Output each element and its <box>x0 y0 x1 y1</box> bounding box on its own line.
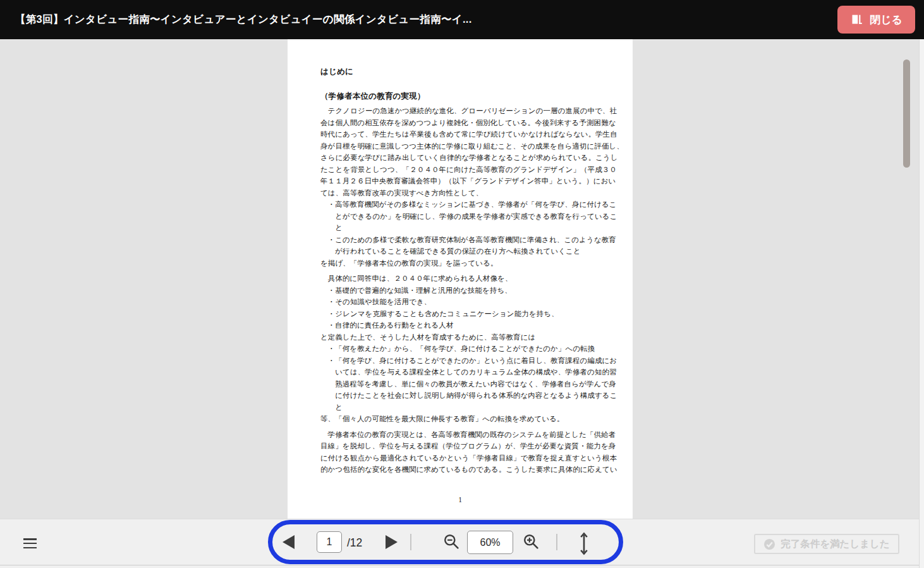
pdf-page: はじめに（学修者本位の教育の実現） テクノロジーの急速かつ継続的な進化、グローバ… <box>288 39 633 519</box>
doc-line: ・ジレンマを克服することも含めたコミュニケーション能力を持ち、 <box>320 308 604 320</box>
page-number-footer: 1 <box>288 496 633 503</box>
page-number-input[interactable] <box>317 531 342 553</box>
header: 【第3回】インタビュー指南〜インタビュアーとインタビュイーの関係インタビュー指南… <box>0 0 924 39</box>
doc-line: ・基礎的で普遍的な知識・理解と汎用的な技能を持ち、 <box>320 285 604 297</box>
completion-status-button: 完了条件を満たしました <box>754 534 899 554</box>
bottom-toolbar: /12 完了条件を満たしま <box>0 519 924 568</box>
toolbar-divider <box>556 534 557 550</box>
doc-line: いては、学位を与える課程全体としてのカリキュラム全体の構成や、学修者の知的習 <box>320 366 604 378</box>
doc-line: を掲げ、「学修者本位の教育の実現」を謳っている。 <box>320 257 604 269</box>
page-title: 【第3回】インタビュー指南〜インタビュアーとインタビュイーの関係インタビュー指南… <box>15 13 472 27</box>
doc-line: ・このための多様で柔軟な教育研究体制が各高等教育機関に準備され、このような教育 <box>320 234 604 246</box>
next-page-icon[interactable] <box>386 535 398 549</box>
doc-line: が行われていることを確認できる質の保証の在り方へ転換されていくこと <box>320 245 604 257</box>
toolbar-divider <box>410 534 411 550</box>
zoom-level-input[interactable] <box>467 531 513 554</box>
close-button[interactable]: 閉じる <box>837 6 915 34</box>
doc-block-subheading: （学修者本位の教育の実現） <box>320 90 604 102</box>
close-button-label: 閉じる <box>870 13 903 27</box>
doc-line: ・自律的に責任ある行動をとれる人材 <box>320 319 604 331</box>
door-exit-icon <box>850 13 863 27</box>
doc-line: とができるのか」を明確にし、学修の成果を学修者が実感できる教育を行っているこ <box>320 211 604 223</box>
prev-page-icon[interactable] <box>283 535 295 549</box>
doc-line: と定義した上で、そうした人材を育成するために、高等教育には <box>320 331 604 343</box>
toolbar-bottom-divider <box>0 565 924 565</box>
doc-line: 学修者本位の教育の実現とは、各高等教育機関の既存のシステムを前提とした「供給者 <box>320 429 604 441</box>
doc-line: たことを背景としつつ、「２０４０年に向けた高等教育のグランドデザイン」（平成３０ <box>320 164 604 176</box>
doc-line: 身が目標を明確に意識しつつ主体的に学修に取り組むこと、その成果を自ら適切に評価し… <box>320 140 604 152</box>
doc-block-body: 具体的に同答申は、２０４０年に求められる人材像を、 ・基礎的で普遍的な知識・理解… <box>320 273 604 425</box>
doc-line: さらに必要な学びに踏み出していく自律的な学修者となることが求められている。こうし <box>320 152 604 164</box>
scrollbar-track[interactable] <box>919 39 924 568</box>
doc-line: 具体的に同答申は、２０４０年に求められる人材像を、 <box>320 273 604 285</box>
doc-line: はじめに <box>320 66 604 78</box>
check-circle-icon <box>763 538 775 550</box>
doc-line: に付けたことを社会に対し説明し納得が得られる体系的な内容となるよう構成するこ <box>320 390 604 402</box>
doc-line: ては、高等教育改革の実現すべき方向性として、 <box>320 187 604 199</box>
document-content: はじめに（学修者本位の教育の実現） テクノロジーの急速かつ継続的な進化、グローバ… <box>288 39 633 476</box>
scrollbar-thumb[interactable] <box>903 59 910 168</box>
zoom-in-icon[interactable] <box>523 533 540 553</box>
doc-line: 熟過程等を考慮し、単に個々の教員が教えたい内容ではなく、学修者自らが学んで身 <box>320 378 604 390</box>
doc-line: 会は個人間の相互依存を深めつつより複雑化・個別化している。今後到来する予測困難な <box>320 117 604 129</box>
doc-block-heading: はじめに <box>320 66 604 78</box>
doc-line: と <box>320 222 604 234</box>
menu-button[interactable] <box>23 538 37 549</box>
doc-block-body: テクノロジーの急速かつ継続的な進化、グローバリゼーションの一層の進展の中で、社会… <box>320 105 604 269</box>
total-pages-label: /12 <box>347 534 362 551</box>
doc-line: に付ける観点から最適化されているかという「学修者目線」で教育を捉え直すという根本 <box>320 452 604 464</box>
doc-line: 的かつ包括的な変化を各機関に求めているものである。こうした要求に具体的に応えてい <box>320 464 604 476</box>
hamburger-icon <box>23 538 37 548</box>
doc-line: テクノロジーの急速かつ継続的な進化、グローバリゼーションの一層の進展の中で、社 <box>320 105 604 117</box>
doc-line: 目線」を脱却し、学位を与える課程（学位プログラム）が、学生が必要な資質・能力を身 <box>320 440 604 452</box>
zoom-out-icon[interactable] <box>443 533 460 553</box>
doc-line: と <box>320 402 604 414</box>
fit-height-icon[interactable] <box>578 532 590 558</box>
doc-line: ・高等教育機関がその多様なミッションに基づき、学修者が「何を学び、身に付けるこ <box>320 199 604 211</box>
doc-line: ・その知識や技能を活用でき、 <box>320 296 604 308</box>
doc-line: （学修者本位の教育の実現） <box>320 90 604 102</box>
doc-line: ・「何を学び、身に付けることができたのか」という点に着目し、教育課程の編成にお <box>320 355 604 367</box>
doc-line: 年１１月２６日中央教育審議会答申）（以下「グランドデザイン答申」という。）におい <box>320 175 604 187</box>
completion-status-label: 完了条件を満たしました <box>781 538 890 551</box>
doc-line: 時代にあって、学生たちは卒業後も含めて常に学び続けていかなければならない。学生自 <box>320 128 604 140</box>
doc-line: ・「何を教えたか」から、「何を学び、身に付けることができたのか」への転換 <box>320 343 604 355</box>
doc-line: 等、「個々人の可能性を最大限に伸長する教育」への転換を求めている。 <box>320 413 604 425</box>
doc-block-body: 学修者本位の教育の実現とは、各高等教育機関の既存のシステムを前提とした「供給者目… <box>320 429 604 476</box>
